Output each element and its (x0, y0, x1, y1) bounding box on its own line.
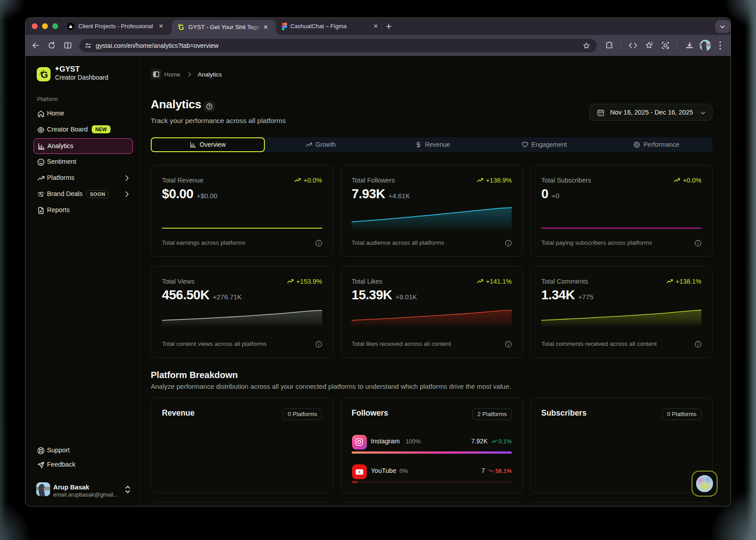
svg-text:?: ? (208, 104, 211, 109)
svg-text:G: G (41, 69, 48, 80)
